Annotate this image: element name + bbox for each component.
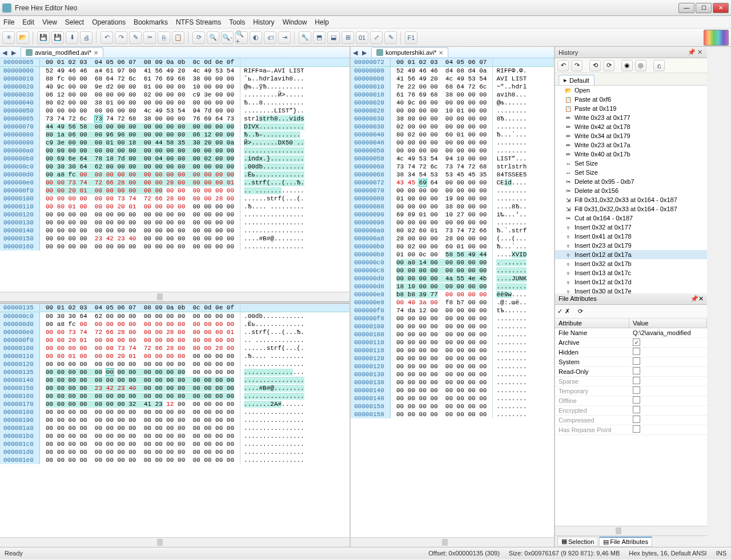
checkbox[interactable]: [633, 357, 640, 365]
tab-avaria[interactable]: avaria_modified.avi* ✕: [21, 47, 103, 57]
hex-row[interactable]: 0000007044 49 56 58 00 00 00 00 00 00 00…: [0, 123, 350, 131]
ascii-cell[interactable]: ................: [240, 416, 308, 424]
hex-row[interactable]: 000000a828 00 00 00 28 00 00 00(...(...: [351, 235, 554, 243]
hex-row[interactable]: 0000016000 00 00 00 00 00 00 00 00 00 00…: [0, 392, 350, 400]
print-button[interactable]: 🖨: [80, 31, 93, 44]
history-item[interactable]: ✂Delete at 0x156: [555, 186, 707, 195]
fit-button[interactable]: ⤢: [370, 31, 383, 44]
bytes-cell[interactable]: 06 12 00 00 00 00 00 00 02 00 00 00 c9 3…: [40, 91, 240, 99]
ascii-cell[interactable]: Ђ...8...........: [240, 99, 308, 107]
checkbox[interactable]: [633, 348, 640, 355]
bytes-cell[interactable]: 80 02 00 00 60 01 00 00: [391, 243, 492, 251]
ascii-cell[interactable]: ....#B#@........: [240, 235, 308, 243]
bytes-cell[interactable]: 00 00 00 00 00 00 00 00: [391, 370, 492, 378]
history-item[interactable]: ⎀Insert 0x41 at 0x178: [555, 232, 707, 241]
ascii-cell[interactable]: .@:.шё..: [492, 299, 530, 307]
history-item[interactable]: ✏Write 0x34 at 0x179: [555, 131, 707, 140]
history-item[interactable]: ⎀Insert 0x12 at 0x17d: [555, 277, 707, 287]
hex-row[interactable]: 0000006073 74 72 6c 73 74 72 68strlstrh: [351, 163, 554, 171]
bytes-cell[interactable]: 02 00 00 00 00 00 00 00: [391, 123, 492, 131]
bytes-cell[interactable]: 80 02 60 01 73 74 72 66: [391, 227, 492, 235]
find-button[interactable]: 🔍: [207, 31, 219, 44]
hex-row[interactable]: 0000013000 00 00 00 00 00 00 00 00 00 00…: [0, 219, 350, 227]
bytes-cell[interactable]: 7e 22 00 00 68 64 72 6c: [391, 83, 492, 91]
scrollbar-h-mid[interactable]: [351, 537, 554, 547]
hex-pane-mid[interactable]: 00000072 00 01 02 03 04 05 06 07 0000000…: [351, 58, 554, 537]
ascii-cell[interactable]: .......2A#......: [240, 400, 308, 408]
bytes-cell[interactable]: 00 00 00 00 00 00 00 00: [391, 331, 492, 339]
history-item[interactable]: 📋Paste at 0xf6: [555, 95, 707, 104]
prev-button[interactable]: ◀: [2, 49, 9, 56]
ascii-cell[interactable]: .Ёь.............: [240, 320, 308, 328]
tab-close-icon[interactable]: ✕: [439, 50, 443, 56]
hex-row[interactable]: 0000016000 00 00 00 00 00 00 00 00 00 00…: [0, 243, 350, 251]
col-attribute[interactable]: Attribute: [555, 319, 629, 328]
menu-ntfs streams[interactable]: NTFS Streams: [176, 18, 221, 26]
ascii-cell[interactable]: ........: [492, 323, 530, 331]
history-item[interactable]: ↔Set Size: [555, 159, 707, 168]
history-item[interactable]: 📋Paste at 0x119: [555, 104, 707, 113]
brush-button[interactable]: ✎: [384, 31, 397, 44]
ascii-cell[interactable]: LIST”...: [492, 155, 530, 163]
tool1-button[interactable]: 🔧: [299, 31, 311, 44]
hex-row[interactable]: 0000006838 34 54 53 53 45 45 3584TSSEE5: [351, 171, 554, 179]
f1-button[interactable]: F1: [405, 31, 417, 44]
next-button[interactable]: ▶: [11, 49, 18, 56]
ascii-cell[interactable]: ........: [492, 267, 530, 275]
bytes-cell[interactable]: 00 00 00 00 00 00 00 00 00 00 00 00 00 0…: [40, 147, 240, 155]
history-item[interactable]: 📂Open: [555, 86, 707, 95]
bytes-cell[interactable]: 00 00 00 00 00 00 73 74 72 66 28 00 00 0…: [40, 195, 240, 203]
refresh-button[interactable]: ⟳: [192, 31, 205, 44]
hex-row[interactable]: 0000018000 00 00 00 00 00 00 00 00 00 00…: [0, 408, 350, 416]
ascii-cell[interactable]: ........: [492, 147, 530, 155]
ascii-cell[interactable]: ........: [492, 410, 530, 418]
ascii-cell[interactable]: .. .............: [240, 187, 308, 195]
bytes-cell[interactable]: 43 45 69 64 00 00 00 00: [391, 179, 492, 187]
bytes-cell[interactable]: 00 00 00 00 00 00 00 00 00 00 00 00 00 0…: [40, 408, 240, 416]
next-button[interactable]: ▶: [362, 49, 369, 56]
ascii-cell[interactable]: ........: [492, 123, 530, 131]
bytes-cell[interactable]: 00 00 00 00 23 42 23 40 00 00 00 00 00 0…: [40, 235, 240, 243]
bytes-cell[interactable]: 52 49 46 46 a4 61 97 00 41 56 49 20 4c 4…: [40, 67, 240, 75]
scrollbar-h-bottom[interactable]: [0, 537, 350, 547]
ascii-cell[interactable]: strlstrh: [492, 163, 530, 171]
bytes-cell[interactable]: 88 fc 00 00 68 64 72 6c 61 76 69 68 38 0…: [40, 75, 240, 83]
hex-row[interactable]: 000000d000 a8 fc 00 00 00 00 00 00 00 00…: [0, 171, 350, 179]
bytes-cell[interactable]: 00 a0 14 00 00 00 00 00: [391, 259, 492, 267]
bytes-cell[interactable]: 00 30 30 64 62 00 00 00 00 00 00 00 00 0…: [40, 163, 240, 171]
hex-row[interactable]: 000000b801 00 0c 00 58 56 49 44....XVID: [351, 251, 554, 259]
bytes-cell[interactable]: 00 00 00 00 00 00 00 00 00 00 00 00 00 0…: [40, 376, 240, 384]
export-button[interactable]: ⬇: [66, 31, 78, 44]
hex-row[interactable]: 0000004080 02 00 00 38 01 00 00 00 00 00…: [0, 99, 350, 107]
close-icon[interactable]: ✕: [696, 49, 704, 56]
hex-row[interactable]: 0000008080 1a 06 00 80 96 98 00 00 00 00…: [0, 131, 350, 139]
ascii-cell[interactable]: ................: [240, 432, 308, 440]
history-item[interactable]: ⎀Insert 0x32 at 0x17b: [555, 259, 707, 268]
bytes-cell[interactable]: 00 00 00 00 00 00 00 00 00 00 00 00 00 0…: [40, 392, 240, 400]
scrollbar-h-fa[interactable]: [555, 526, 707, 535]
redo-button[interactable]: ↷: [115, 31, 127, 44]
history-item[interactable]: ⇲Fill 0x31,0x32,0x33 at 0x164 - 0x187: [555, 204, 707, 213]
bytes-cell[interactable]: 00 00 20 01 00 00 00 00 00 00 00 00 00 0…: [40, 187, 240, 195]
ascii-cell[interactable]: ................: [240, 211, 308, 219]
hex-row[interactable]: 0000001088 fc 00 00 68 64 72 6c 61 76 69…: [0, 75, 350, 83]
ascii-cell[interactable]: ........: [492, 354, 530, 362]
checkbox[interactable]: ✓: [633, 339, 640, 346]
hex-row[interactable]: 0000009069 89 01 00 10 27 00 00i‰...'..: [351, 211, 554, 219]
hex-row[interactable]: 0000004080 02 00 00 60 01 00 00Ђ...`...: [351, 131, 554, 139]
ascii-cell[interactable]: .Ђ.... .........: [240, 203, 308, 211]
hex-row[interactable]: 0000012800 00 00 00 00 00 00 00........: [351, 362, 554, 370]
history-item[interactable]: ⎀Insert 0x30 at 0x17e: [555, 287, 707, 293]
ascii-cell[interactable]: ........: [492, 339, 530, 347]
col-value[interactable]: Value: [629, 319, 707, 328]
bytes-cell[interactable]: 80 1a 06 00 80 96 98 00 00 00 00 00 06 1…: [40, 131, 240, 139]
ascii-cell[interactable]: ........: [492, 283, 530, 291]
bytes-cell[interactable]: 00 00 00 00 00 00 00 32 41 23 12 00 00 0…: [40, 400, 240, 408]
ascii-cell[interactable]: ................: [240, 368, 308, 376]
ascii-cell[interactable]: ........: [492, 347, 530, 354]
bytes-cell[interactable]: 00 80 01 00 00 00 20 01 00 00 00 00 00 0…: [40, 203, 240, 211]
ascii-cell[interactable]: ........: [492, 386, 530, 394]
ascii-cell[interactable]: ......strf(...(.: [240, 195, 308, 203]
bytes-cell[interactable]: 61 76 69 68 38 00 00 00: [391, 91, 492, 99]
hex-row[interactable]: 000000c000 30 30 64 62 00 00 00 00 00 00…: [0, 163, 350, 171]
